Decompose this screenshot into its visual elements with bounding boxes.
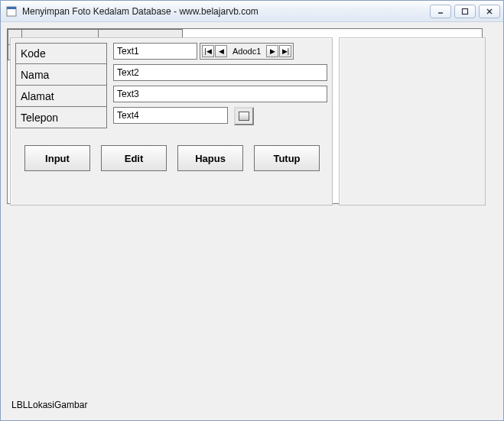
picture-box[interactable] [339, 37, 486, 206]
window-title: Menyimpan Foto Kedalam Database - www.be… [22, 6, 425, 17]
textbox-nama[interactable] [113, 64, 327, 81]
label-telepon: Telepon [15, 107, 107, 128]
form-window: Menyimpan Foto Kedalam Database - www.be… [0, 0, 504, 421]
window-controls [430, 5, 500, 18]
image-picker-button[interactable] [234, 107, 254, 125]
textbox-alamat[interactable] [113, 86, 327, 102]
nav-last-icon[interactable]: ▶| [279, 45, 291, 57]
edit-button[interactable]: Edit [101, 145, 167, 171]
form-icon [5, 5, 18, 18]
frame-inputs: Kode |◀ ◀ Adodc1 ▶ ▶| Nama Alamat Te [10, 37, 333, 206]
button-row: Input Edit Hapus Tutup [15, 145, 327, 171]
minimize-button[interactable] [430, 5, 451, 18]
label-lokasi-gambar: LBLLokasiGambar [11, 400, 87, 410]
svg-rect-1 [7, 7, 16, 9]
label-kode: Kode [15, 43, 107, 64]
nav-prev-icon[interactable]: ◀ [215, 45, 227, 57]
nav-first-icon[interactable]: |◀ [202, 45, 214, 57]
input-button[interactable]: Input [24, 145, 90, 171]
image-picker-icon [239, 112, 249, 121]
form-designer-area: Kode |◀ ◀ Adodc1 ▶ ▶| Nama Alamat Te [1, 22, 503, 420]
hapus-button[interactable]: Hapus [177, 145, 243, 171]
svg-rect-3 [463, 8, 468, 14]
titlebar[interactable]: Menyimpan Foto Kedalam Database - www.be… [1, 1, 503, 22]
adodc-caption: Adodc1 [228, 47, 265, 56]
row-kode: Kode |◀ ◀ Adodc1 ▶ ▶| [15, 43, 327, 64]
adodc-control[interactable]: |◀ ◀ Adodc1 ▶ ▶| [200, 43, 294, 60]
textbox-telepon[interactable] [113, 107, 228, 124]
label-alamat: Alamat [15, 86, 107, 107]
label-nama: Nama [15, 64, 107, 86]
nav-next-icon[interactable]: ▶ [266, 45, 278, 57]
row-alamat: Alamat [15, 86, 327, 107]
row-nama: Nama [15, 64, 327, 86]
close-button[interactable] [479, 5, 500, 18]
textbox-kode[interactable] [113, 43, 197, 60]
tutup-button[interactable]: Tutup [254, 145, 320, 171]
row-telepon: Telepon [15, 107, 327, 128]
maximize-button[interactable] [454, 5, 476, 18]
